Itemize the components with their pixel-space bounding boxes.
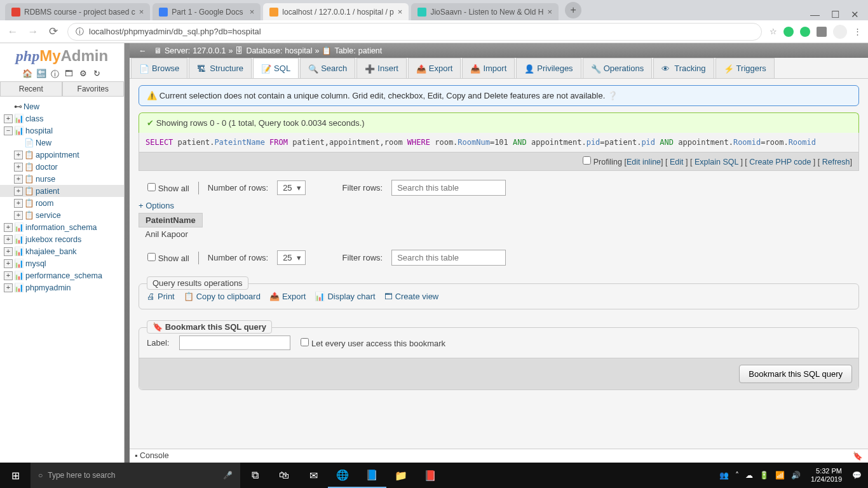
refresh-link[interactable]: Refresh <box>822 158 850 166</box>
back-icon[interactable]: ← <box>6 25 19 38</box>
close-window-icon[interactable]: ✕ <box>851 9 859 20</box>
browser-tab-3[interactable]: JioSaavn - Listen to New & Old H × <box>411 3 559 20</box>
tree-table-doctor[interactable]: + 📋 doctor <box>4 161 121 173</box>
docs-icon[interactable]: ⓘ <box>50 69 60 79</box>
clock[interactable]: 5:32 PM 1/24/2019 <box>807 467 846 484</box>
options-toggle[interactable]: + Options <box>139 201 174 210</box>
expand-icon[interactable]: + <box>4 271 13 280</box>
bookmark-page-icon[interactable]: 🔖 <box>853 451 863 461</box>
tree-db-performance[interactable]: + 📊 performance_schema <box>4 269 121 281</box>
extension-icon[interactable] <box>817 27 827 37</box>
tab-import[interactable]: 📥Import <box>462 58 515 78</box>
tree-db-khajalee[interactable]: + 📊 khajalee_bank <box>4 245 121 257</box>
tab-structure[interactable]: 🏗Structure <box>189 58 252 78</box>
close-icon[interactable]: × <box>250 7 255 17</box>
logout-icon[interactable]: 🔙 <box>36 69 46 79</box>
edit-inline-link[interactable]: Edit inline <box>627 158 661 166</box>
menu-icon[interactable]: ⋮ <box>853 27 862 36</box>
url-field[interactable]: ⓘ localhost/phpmyadmin/db_sql.php?db=hos… <box>67 23 762 41</box>
rows-select[interactable]: 25 <box>277 250 305 265</box>
collapse-icon[interactable]: − <box>4 126 13 135</box>
tree-db-mysql[interactable]: + 📊 mysql <box>4 257 121 269</box>
tree-new-table[interactable]: 📄 New <box>4 137 121 149</box>
tab-insert[interactable]: ➕Insert <box>356 58 407 78</box>
tree-table-nurse[interactable]: + 📋 nurse <box>4 173 121 185</box>
filter-input[interactable] <box>391 180 506 196</box>
acrobat-icon[interactable]: 📕 <box>416 463 445 488</box>
expand-icon[interactable]: + <box>14 211 23 220</box>
tab-recent[interactable]: Recent <box>0 81 62 96</box>
tab-triggers[interactable]: ⚡Triggers <box>715 58 775 78</box>
browser-tab-1[interactable]: Part 1 - Google Docs × <box>153 3 261 20</box>
tab-sql[interactable]: 📝SQL <box>253 58 299 78</box>
tree-db-hospital[interactable]: − 📊 hospital <box>4 125 121 137</box>
edit-link[interactable]: Edit <box>670 158 684 166</box>
tab-export[interactable]: 📤Export <box>408 58 461 78</box>
collapse-sidebar-handle[interactable] <box>125 43 130 463</box>
expand-icon[interactable]: + <box>4 259 13 268</box>
tree-table-room[interactable]: + 📋 room <box>4 197 121 209</box>
export-link[interactable]: 📤Export <box>269 292 306 301</box>
maximize-icon[interactable]: ☐ <box>831 9 839 20</box>
expand-icon[interactable]: + <box>14 199 23 208</box>
expand-icon[interactable]: + <box>14 151 23 159</box>
close-icon[interactable]: × <box>398 7 403 17</box>
home-icon[interactable]: 🏠 <box>22 69 32 79</box>
tree-new[interactable]: ⊷ New <box>4 100 121 112</box>
expand-icon[interactable]: + <box>4 223 13 232</box>
nav-left-icon[interactable]: ← <box>139 46 147 55</box>
expand-icon[interactable]: + <box>4 247 13 256</box>
store-icon[interactable]: 🛍 <box>269 463 299 488</box>
tree-db-jukebox[interactable]: + 📊 jukebox records <box>4 233 121 245</box>
reload-icon[interactable]: ↻ <box>92 69 102 79</box>
browser-tab-2[interactable]: localhost / 127.0.0.1 / hospital / p × <box>263 3 409 20</box>
tree-table-patient[interactable]: + 📋 patient <box>0 185 124 197</box>
chrome-icon[interactable]: 🌐 <box>328 463 357 488</box>
settings-icon[interactable]: ⚙ <box>78 69 88 79</box>
minimize-icon[interactable]: — <box>810 9 820 20</box>
console-bar[interactable]: ▪ Console 🔖 <box>130 449 868 463</box>
sql-icon[interactable]: 🗔 <box>64 69 74 79</box>
tab-tracking[interactable]: 👁Tracking <box>653 58 714 78</box>
tree-db-information_schema[interactable]: + 📊 information_schema <box>4 221 121 233</box>
help-icon[interactable]: ❔ <box>607 91 618 100</box>
pma-logo[interactable]: phpMyAdmin <box>0 43 124 66</box>
forward-icon[interactable]: → <box>27 25 39 38</box>
task-view-icon[interactable]: ⧉ <box>240 463 269 488</box>
profiling-checkbox[interactable] <box>583 156 591 165</box>
column-header[interactable]: PateintName <box>139 214 203 227</box>
bookmark-label-input[interactable] <box>179 336 290 350</box>
mail-icon[interactable]: ✉ <box>299 463 328 488</box>
expand-icon[interactable]: + <box>14 187 23 196</box>
copy-link[interactable]: 📋Copy to clipboard <box>184 292 261 301</box>
bookmark-submit-button[interactable]: Bookmark this SQL query <box>739 365 852 383</box>
extension-icon[interactable] <box>783 27 794 37</box>
volume-icon[interactable]: 🔊 <box>791 471 801 480</box>
breadcrumb-server[interactable]: 127.0.0.1 <box>193 46 226 55</box>
taskbar-search[interactable]: ○ Type here to search 🎤 <box>31 463 240 488</box>
show-all-top[interactable]: Show all <box>147 183 189 193</box>
bookmark-everyone[interactable]: Let every user access this bookmark <box>301 338 445 348</box>
reload-icon[interactable]: ⟳ <box>47 25 60 38</box>
expand-icon[interactable]: + <box>4 114 13 123</box>
tree-table-service[interactable]: + 📋 service <box>4 209 121 221</box>
wifi-icon[interactable]: 📶 <box>775 471 785 480</box>
view-link[interactable]: 🗔Create view <box>384 292 439 301</box>
tree-table-appointment[interactable]: + 📋 appointment <box>4 149 121 161</box>
filter-input[interactable] <box>391 250 506 266</box>
tab-search[interactable]: 🔍Search <box>300 58 355 78</box>
tab-browse[interactable]: 📄Browse <box>131 58 187 78</box>
close-icon[interactable]: × <box>139 7 144 17</box>
explorer-icon[interactable]: 📁 <box>386 463 416 488</box>
tree-db-phpmyadmin[interactable]: + 📊 phpmyadmin <box>4 281 121 294</box>
expand-icon[interactable]: + <box>14 175 23 184</box>
expand-icon[interactable]: + <box>4 235 13 244</box>
onedrive-icon[interactable]: ☁ <box>745 471 753 480</box>
notifications-icon[interactable]: 💬 <box>852 471 862 480</box>
start-button[interactable]: ⊞ <box>0 463 31 488</box>
battery-icon[interactable]: 🔋 <box>759 471 769 480</box>
tab-privileges[interactable]: 👤Privileges <box>516 58 581 78</box>
new-tab-button[interactable]: + <box>565 2 581 18</box>
chart-link[interactable]: 📊Display chart <box>315 292 375 301</box>
show-all-checkbox[interactable] <box>147 253 156 261</box>
